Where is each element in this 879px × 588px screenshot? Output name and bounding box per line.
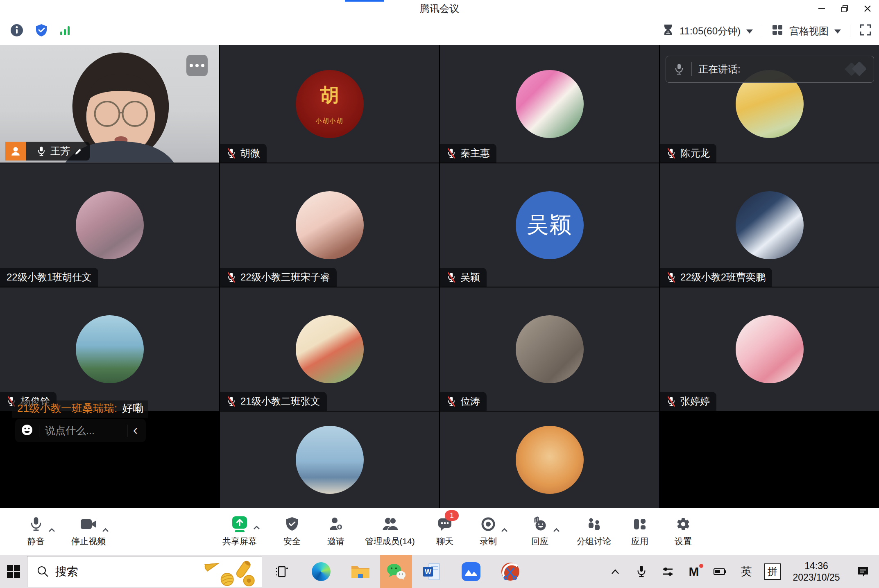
participant-name-tag: 22级小教2班曹奕鹏 — [660, 268, 772, 287]
chat-input-placeholder[interactable]: 说点什么... — [45, 424, 121, 437]
grid-view-icon[interactable] — [771, 24, 784, 38]
windows-logo-icon — [6, 564, 21, 579]
taskbar-search-input[interactable]: 搜索 — [27, 556, 262, 587]
participant-tile[interactable]: 张婷婷 — [660, 287, 879, 411]
meeting-header: 11:05(60分钟) 宫格视图 — [0, 17, 879, 45]
collapse-chat-icon[interactable]: ‹ — [133, 423, 140, 439]
emoji-icon[interactable] — [21, 424, 33, 438]
chat-message-overlay: 21级小教一班桑瑞瑞:好嘞 — [12, 400, 148, 418]
meeting-app-button[interactable] — [451, 555, 491, 588]
search-highlight-image[interactable] — [199, 557, 260, 588]
tray-battery-icon[interactable] — [707, 555, 733, 588]
share-screen-button[interactable]: 共享屏幕 — [222, 513, 257, 547]
participant-name: 吴颖 — [460, 271, 480, 284]
avatar — [76, 315, 144, 383]
invite-button[interactable]: 邀请 — [327, 513, 344, 547]
clock-date: 2023/10/25 — [786, 572, 847, 583]
rename-pencil-icon[interactable] — [74, 147, 83, 156]
participant-tile[interactable]: 21级小教二班张文 — [220, 287, 439, 411]
participant-tile[interactable]: 22级小教1班胡仕文 — [0, 163, 219, 287]
participant-name: 21级小教二班张文 — [240, 395, 320, 408]
participant-name-tag: 胡微 — [220, 144, 267, 163]
security-shield-icon[interactable] — [34, 23, 48, 39]
participant-tile[interactable]: 正在讲话: 陈元龙 — [660, 45, 879, 163]
language-indicator[interactable]: 英 — [733, 555, 759, 588]
file-explorer-button[interactable] — [341, 555, 380, 588]
screenshot-tool-button[interactable] — [491, 555, 530, 588]
chat-unread-badge: 1 — [445, 510, 459, 521]
meeting-app-icon — [461, 561, 481, 582]
tray-mixer-icon[interactable] — [655, 555, 681, 588]
tray-microphone-icon[interactable] — [628, 555, 655, 588]
file-explorer-icon — [351, 563, 370, 580]
participant-tile[interactable]: 吴颖 吴颖 — [440, 163, 659, 287]
participant-name-tag: 21级小教二班张文 — [220, 392, 327, 411]
avatar — [516, 315, 584, 383]
participant-tile[interactable]: 王芳 — [0, 45, 219, 163]
windows-taskbar: 搜索 W — [0, 555, 879, 588]
apps-button[interactable]: 应用 — [631, 513, 648, 547]
network-signal-icon[interactable] — [59, 24, 71, 38]
manage-members-button[interactable]: 管理成员(14) — [365, 513, 415, 547]
stop-video-button[interactable]: 停止视频 — [71, 513, 106, 547]
participant-tile[interactable]: 位涛 — [440, 287, 659, 411]
start-button[interactable] — [0, 555, 27, 588]
avatar — [516, 70, 584, 138]
chat-message-text: 好嘞 — [122, 402, 143, 414]
close-button[interactable] — [856, 0, 879, 17]
screenshot-tool-icon — [500, 561, 521, 582]
participant-name-tag: 22级小教1班胡仕文 — [0, 268, 98, 287]
timer-dropdown-caret[interactable] — [746, 29, 753, 34]
participant-tile[interactable] — [220, 412, 439, 508]
edge-browser-button[interactable] — [301, 555, 341, 588]
mute-button[interactable]: 静音 — [27, 513, 45, 547]
participant-tile[interactable]: 22级小教三班宋子睿 — [220, 163, 439, 287]
participant-tile[interactable]: 胡 小胡小胡 胡微 — [220, 45, 439, 163]
mic-muted-icon — [666, 396, 676, 407]
avatar: 吴颖 — [516, 191, 584, 259]
reactions-button[interactable]: 回应 — [531, 513, 548, 547]
avatar — [296, 191, 364, 259]
meeting-watermark-logo — [843, 60, 866, 78]
task-view-button[interactable] — [262, 555, 301, 588]
info-icon[interactable] — [10, 23, 24, 39]
restore-button[interactable] — [833, 0, 856, 17]
window-title: 腾讯会议 — [0, 0, 879, 17]
taskbar-clock[interactable]: 14:36 2023/10/25 — [786, 560, 847, 583]
members-icon — [382, 517, 398, 531]
breakout-rooms-button[interactable]: 分组讨论 — [577, 513, 611, 547]
fullscreen-icon[interactable] — [859, 24, 872, 38]
view-mode-label[interactable]: 宫格视图 — [789, 25, 829, 38]
hidden-icons-chevron[interactable] — [602, 555, 628, 588]
settings-button[interactable]: 设置 — [675, 513, 692, 547]
meeting-toolbar: 静音 停止视频 共享屏幕 安全 — [0, 508, 879, 555]
participant-tile[interactable]: 22级小教2班曹奕鹏 — [660, 163, 879, 287]
wechat-button[interactable] — [380, 555, 412, 588]
avatar — [296, 426, 364, 494]
avatar: 胡 小胡小胡 — [296, 70, 364, 138]
avatar — [516, 426, 584, 494]
participant-name-tag: 吴颖 — [440, 268, 487, 287]
invite-person-icon — [329, 517, 343, 531]
record-button[interactable]: 录制 — [480, 513, 497, 547]
titlebar: 腾讯会议 — [0, 0, 879, 17]
participant-tile[interactable]: 杨俊铨 — [0, 287, 219, 411]
action-center-button[interactable] — [847, 555, 879, 588]
tray-meeting-icon[interactable]: M — [681, 555, 707, 588]
chat-input-bar[interactable]: 说点什么... ‹ — [15, 419, 146, 442]
security-button[interactable]: 安全 — [283, 513, 301, 547]
view-dropdown-caret[interactable] — [834, 29, 841, 34]
participant-grid: 王芳 胡 小胡小胡 胡微 秦主惠 — [0, 45, 879, 508]
microphone-icon — [29, 516, 43, 532]
chat-button[interactable]: 1 聊天 — [436, 513, 453, 547]
participant-tile[interactable]: 秦主惠 — [440, 45, 659, 163]
more-options-button[interactable] — [186, 55, 208, 76]
participant-name: 秦主惠 — [460, 147, 490, 160]
clock-time: 14:36 — [786, 560, 847, 572]
ime-pinyin-indicator[interactable]: 拼 — [759, 555, 786, 588]
participant-tile[interactable] — [440, 412, 659, 508]
avatar — [76, 191, 144, 259]
word-button[interactable]: W — [412, 555, 451, 588]
minimize-button[interactable] — [810, 0, 833, 17]
word-icon: W — [422, 563, 441, 581]
